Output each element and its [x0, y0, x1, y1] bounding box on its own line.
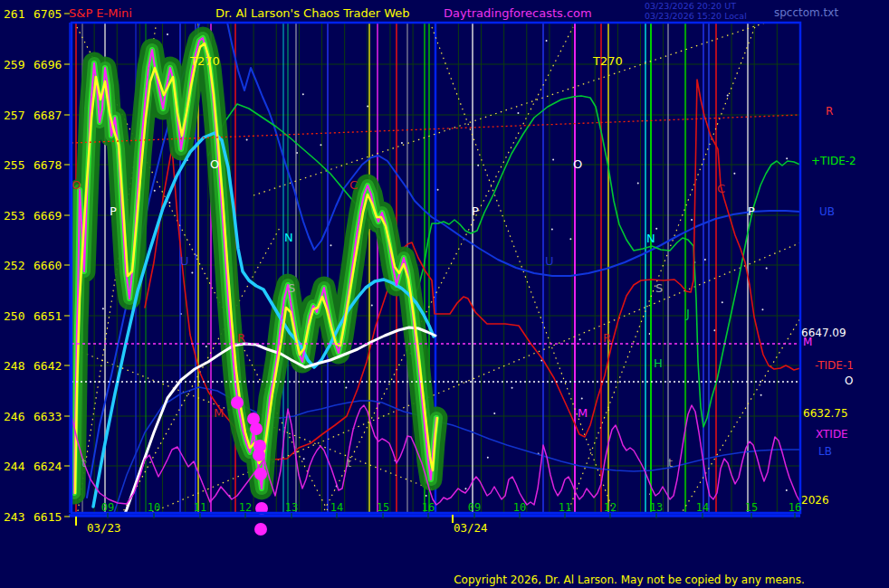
right-label-M: M — [803, 336, 812, 348]
y-axis-contract-label: 253 — [4, 209, 24, 223]
star-dot — [320, 144, 321, 146]
date-label-day2: 03/24 — [454, 521, 488, 535]
y-axis-contract-label: 244 — [4, 460, 25, 473]
right-label-6632.75: 6632.75 — [803, 407, 848, 420]
data-file-link[interactable]: spcctom.txt — [774, 6, 838, 19]
annotation-letter-P: P — [748, 204, 755, 218]
hour-label: 11 — [559, 501, 571, 514]
right-label-+TIDE-2: +TIDE-2 — [811, 155, 856, 167]
y-axis-contract-label: 261 — [4, 7, 24, 21]
star-dot — [551, 228, 553, 230]
chaos-dot — [254, 468, 267, 480]
annotation-letter-R: R — [237, 331, 245, 345]
chaos-trader-chart-page: T270T270OOPPPNNSSUUMMRRCCJHtttO261670525… — [0, 0, 889, 588]
hour-label: 15 — [745, 501, 758, 514]
page-title: Dr. Al Larson's Chaos Trader Web — [215, 6, 410, 20]
hour-label: 12 — [604, 501, 617, 514]
annotation-letter-H: H — [654, 356, 663, 370]
symbol-label: S&P E-Mini — [69, 6, 132, 20]
star-dot — [786, 157, 788, 159]
star-dot — [477, 165, 479, 166]
y-axis-contract-label: 243 — [4, 510, 24, 524]
annotation-letter-S: S — [655, 281, 663, 295]
annotation-letter-C: C — [349, 178, 358, 192]
star-dot — [655, 228, 657, 230]
annotation-letter-M: M — [214, 406, 224, 420]
star-dot — [581, 398, 583, 400]
star-dot — [246, 139, 248, 141]
hour-label: 13 — [650, 501, 663, 514]
annotation-letter-N: N — [646, 232, 655, 245]
annotation-letter-T270: T270 — [592, 54, 623, 68]
chaos-dot — [250, 422, 263, 435]
annotation-letter-S: S — [288, 281, 295, 295]
star-dot — [546, 40, 548, 42]
right-label-2026: 2026 — [801, 494, 829, 507]
y-axis-cash-label: 6696 — [33, 58, 62, 71]
annotation-letter-C: C — [717, 182, 725, 195]
annotation-letter-J: J — [685, 307, 690, 320]
y-axis-cash-label: 6669 — [33, 209, 62, 223]
star-dot — [437, 189, 439, 191]
price-chart: T270T270OOPPPNNSSUUMMRRCCJHtttO261670525… — [0, 0, 889, 588]
star-dot — [766, 267, 768, 269]
timestamp-local: 03/23/2026 15:20 Local — [645, 11, 747, 21]
annotation-letter-P: P — [110, 204, 117, 218]
y-axis-contract-label: 248 — [4, 359, 24, 373]
y-axis-contract-label: 257 — [4, 109, 24, 122]
star-dot — [330, 244, 331, 246]
star-dot — [727, 95, 729, 97]
hour-label: 09 — [468, 501, 481, 514]
star-dot — [704, 259, 706, 261]
star-dot — [102, 308, 104, 309]
y-axis-cash-label: 6615 — [33, 510, 62, 524]
star-dot — [303, 458, 305, 460]
y-axis-contract-label: 255 — [4, 158, 24, 172]
star-dot — [761, 308, 763, 310]
hour-label: 14 — [330, 501, 343, 514]
annotation-letter-t: t — [347, 456, 351, 469]
y-axis-contract-label: 259 — [4, 58, 24, 71]
y-axis-cash-label: 6624 — [33, 460, 62, 473]
timestamp-ut: 03/23/2026 20:20 UT — [645, 1, 736, 11]
site-link[interactable]: Daytradingforecasts.com — [444, 6, 592, 20]
hour-label: 09 — [101, 501, 114, 514]
star-dot — [733, 173, 735, 175]
y-axis-cash-label: 6651 — [33, 309, 62, 323]
hour-label: 12 — [239, 501, 252, 514]
star-dot — [760, 394, 762, 396]
hour-label: 15 — [377, 501, 389, 514]
annotation-letter-U: U — [545, 254, 554, 268]
annotation-letter-M: M — [578, 406, 588, 420]
y-axis-cash-label: 6687 — [33, 109, 62, 122]
star-dot — [401, 142, 403, 144]
annotation-letter-T270: T270 — [189, 54, 220, 68]
chaos-dot — [253, 449, 265, 461]
annotation-letter-t: t — [81, 456, 86, 469]
star-dot — [517, 112, 519, 114]
star-dot — [168, 202, 170, 204]
copyright-notice: Copyright 2026, Dr. Al Larson. May not b… — [454, 574, 805, 586]
annotation-letter-P: P — [472, 204, 479, 218]
y-axis-cash-label: 6705 — [33, 7, 62, 21]
y-axis-cash-label: 6660 — [33, 259, 62, 272]
y-axis-cash-label: 6678 — [33, 158, 62, 172]
hour-label: 16 — [422, 501, 435, 514]
annotation-letter-U: U — [180, 254, 189, 268]
star-dot — [637, 183, 639, 185]
hour-label: 11 — [194, 501, 206, 514]
star-dot — [367, 105, 368, 107]
star-dot — [371, 304, 373, 306]
star-dot — [487, 457, 489, 459]
star-dot — [569, 238, 571, 240]
right-label-UB: UB — [819, 205, 835, 218]
star-dot — [493, 413, 495, 414]
chaos-dot — [254, 523, 267, 536]
star-dot — [552, 158, 554, 160]
star-dot — [464, 488, 466, 489]
star-dot — [206, 346, 207, 347]
right-label-XTIDE: XTIDE — [816, 428, 848, 441]
annotation-letter-t: t — [668, 456, 673, 469]
annotation-letter-O: O — [573, 157, 582, 171]
annotation-letter-R: R — [603, 331, 611, 345]
